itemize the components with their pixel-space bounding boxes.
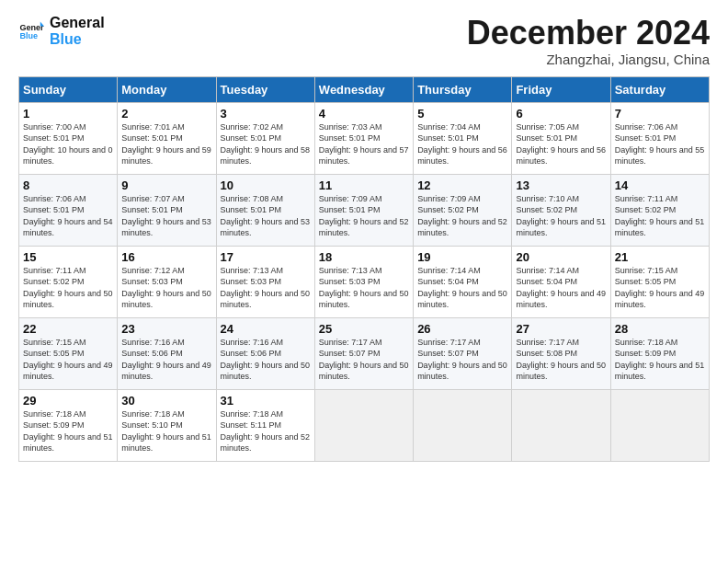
day-number: 28 <box>615 322 705 336</box>
day-number: 10 <box>221 178 311 192</box>
cell-info: Sunrise: 7:18 AMSunset: 5:09 PMDaylight:… <box>23 409 113 454</box>
day-cell: 24Sunrise: 7:16 AMSunset: 5:06 PMDayligh… <box>216 317 314 389</box>
cell-info: Sunrise: 7:03 AMSunset: 5:01 PMDaylight:… <box>319 122 409 167</box>
day-number: 20 <box>516 250 606 264</box>
calendar-table: SundayMondayTuesdayWednesdayThursdayFrid… <box>18 76 710 462</box>
day-number: 6 <box>516 107 606 121</box>
day-cell: 1Sunrise: 7:00 AMSunset: 5:01 PMDaylight… <box>19 102 118 174</box>
day-number: 4 <box>319 107 409 121</box>
cell-info: Sunrise: 7:06 AMSunset: 5:01 PMDaylight:… <box>615 122 705 167</box>
day-number: 14 <box>615 178 705 192</box>
cell-info: Sunrise: 7:11 AMSunset: 5:02 PMDaylight:… <box>23 266 113 310</box>
day-number: 27 <box>516 322 606 336</box>
cell-info: Sunrise: 7:07 AMSunset: 5:01 PMDaylight:… <box>121 194 211 238</box>
day-number: 3 <box>221 107 311 121</box>
cell-info: Sunrise: 7:05 AMSunset: 5:01 PMDaylight:… <box>516 122 606 167</box>
day-number: 24 <box>221 322 311 336</box>
week-row-4: 22Sunrise: 7:15 AMSunset: 5:05 PMDayligh… <box>19 317 710 389</box>
day-cell: 18Sunrise: 7:13 AMSunset: 5:03 PMDayligh… <box>314 246 413 317</box>
day-cell: 13Sunrise: 7:10 AMSunset: 5:02 PMDayligh… <box>512 174 610 246</box>
cell-info: Sunrise: 7:18 AMSunset: 5:09 PMDaylight:… <box>615 338 705 382</box>
day-number: 25 <box>319 322 409 336</box>
cell-info: Sunrise: 7:17 AMSunset: 5:07 PMDaylight:… <box>417 338 507 382</box>
week-row-1: 1Sunrise: 7:00 AMSunset: 5:01 PMDaylight… <box>19 102 710 174</box>
day-number: 19 <box>417 250 507 264</box>
cell-info: Sunrise: 7:00 AMSunset: 5:01 PMDaylight:… <box>23 122 113 167</box>
cell-info: Sunrise: 7:01 AMSunset: 5:01 PMDaylight:… <box>121 122 211 167</box>
day-number: 22 <box>23 322 113 336</box>
logo: General Blue General Blue <box>18 15 105 47</box>
day-cell: 8Sunrise: 7:06 AMSunset: 5:01 PMDaylight… <box>19 174 118 246</box>
day-number: 2 <box>121 107 211 121</box>
cell-info: Sunrise: 7:13 AMSunset: 5:03 PMDaylight:… <box>319 266 409 310</box>
day-cell <box>414 389 512 461</box>
cell-info: Sunrise: 7:06 AMSunset: 5:01 PMDaylight:… <box>23 194 113 238</box>
day-cell: 12Sunrise: 7:09 AMSunset: 5:02 PMDayligh… <box>414 174 512 246</box>
header-row: SundayMondayTuesdayWednesdayThursdayFrid… <box>19 76 710 102</box>
day-cell: 19Sunrise: 7:14 AMSunset: 5:04 PMDayligh… <box>414 246 512 317</box>
cell-info: Sunrise: 7:15 AMSunset: 5:05 PMDaylight:… <box>23 338 113 382</box>
day-cell: 10Sunrise: 7:08 AMSunset: 5:01 PMDayligh… <box>216 174 314 246</box>
cell-info: Sunrise: 7:16 AMSunset: 5:06 PMDaylight:… <box>121 338 211 382</box>
day-number: 5 <box>417 107 507 121</box>
day-number: 21 <box>615 250 705 264</box>
day-number: 26 <box>417 322 507 336</box>
cell-info: Sunrise: 7:16 AMSunset: 5:06 PMDaylight:… <box>221 338 311 382</box>
cell-info: Sunrise: 7:08 AMSunset: 5:01 PMDaylight:… <box>221 194 311 238</box>
title-block: December 2024 Zhangzhai, Jiangsu, China <box>467 15 710 67</box>
day-number: 11 <box>319 178 409 192</box>
day-number: 16 <box>121 250 211 264</box>
column-header-wednesday: Wednesday <box>314 76 413 102</box>
day-cell: 17Sunrise: 7:13 AMSunset: 5:03 PMDayligh… <box>216 246 314 317</box>
week-row-3: 15Sunrise: 7:11 AMSunset: 5:02 PMDayligh… <box>19 246 710 317</box>
day-cell <box>512 389 610 461</box>
day-cell <box>610 389 709 461</box>
page-container: General Blue General Blue December 2024 … <box>0 0 728 471</box>
day-number: 17 <box>221 250 311 264</box>
day-cell: 11Sunrise: 7:09 AMSunset: 5:01 PMDayligh… <box>314 174 413 246</box>
day-cell: 7Sunrise: 7:06 AMSunset: 5:01 PMDaylight… <box>610 102 709 174</box>
day-cell: 28Sunrise: 7:18 AMSunset: 5:09 PMDayligh… <box>610 317 709 389</box>
cell-info: Sunrise: 7:17 AMSunset: 5:07 PMDaylight:… <box>319 338 409 382</box>
column-header-monday: Monday <box>118 76 216 102</box>
day-number: 23 <box>121 322 211 336</box>
day-cell: 20Sunrise: 7:14 AMSunset: 5:04 PMDayligh… <box>512 246 610 317</box>
cell-info: Sunrise: 7:10 AMSunset: 5:02 PMDaylight:… <box>516 194 606 238</box>
day-cell: 22Sunrise: 7:15 AMSunset: 5:05 PMDayligh… <box>19 317 118 389</box>
cell-info: Sunrise: 7:13 AMSunset: 5:03 PMDaylight:… <box>221 266 311 310</box>
day-cell: 29Sunrise: 7:18 AMSunset: 5:09 PMDayligh… <box>19 389 118 461</box>
column-header-sunday: Sunday <box>19 76 118 102</box>
column-header-saturday: Saturday <box>610 76 709 102</box>
cell-info: Sunrise: 7:02 AMSunset: 5:01 PMDaylight:… <box>221 122 311 167</box>
cell-info: Sunrise: 7:18 AMSunset: 5:10 PMDaylight:… <box>121 409 211 454</box>
day-number: 7 <box>615 107 705 121</box>
day-number: 18 <box>319 250 409 264</box>
column-header-tuesday: Tuesday <box>216 76 314 102</box>
day-cell: 15Sunrise: 7:11 AMSunset: 5:02 PMDayligh… <box>19 246 118 317</box>
logo-general: General <box>50 15 105 31</box>
day-cell: 4Sunrise: 7:03 AMSunset: 5:01 PMDaylight… <box>314 102 413 174</box>
day-cell: 14Sunrise: 7:11 AMSunset: 5:02 PMDayligh… <box>610 174 709 246</box>
day-cell: 9Sunrise: 7:07 AMSunset: 5:01 PMDaylight… <box>118 174 216 246</box>
day-number: 12 <box>417 178 507 192</box>
cell-info: Sunrise: 7:04 AMSunset: 5:01 PMDaylight:… <box>417 122 507 167</box>
cell-info: Sunrise: 7:09 AMSunset: 5:01 PMDaylight:… <box>319 194 409 238</box>
day-cell: 23Sunrise: 7:16 AMSunset: 5:06 PMDayligh… <box>118 317 216 389</box>
svg-text:Blue: Blue <box>19 31 38 40</box>
cell-info: Sunrise: 7:14 AMSunset: 5:04 PMDaylight:… <box>516 266 606 310</box>
header: General Blue General Blue December 2024 … <box>18 15 710 67</box>
week-row-2: 8Sunrise: 7:06 AMSunset: 5:01 PMDaylight… <box>19 174 710 246</box>
cell-info: Sunrise: 7:15 AMSunset: 5:05 PMDaylight:… <box>615 266 705 310</box>
day-cell <box>314 389 413 461</box>
day-cell: 5Sunrise: 7:04 AMSunset: 5:01 PMDaylight… <box>414 102 512 174</box>
month-title: December 2024 <box>467 15 710 52</box>
day-number: 8 <box>23 178 113 192</box>
day-cell: 26Sunrise: 7:17 AMSunset: 5:07 PMDayligh… <box>414 317 512 389</box>
day-cell: 3Sunrise: 7:02 AMSunset: 5:01 PMDaylight… <box>216 102 314 174</box>
cell-info: Sunrise: 7:14 AMSunset: 5:04 PMDaylight:… <box>417 266 507 310</box>
location: Zhangzhai, Jiangsu, China <box>467 52 710 67</box>
cell-info: Sunrise: 7:17 AMSunset: 5:08 PMDaylight:… <box>516 338 606 382</box>
day-cell: 16Sunrise: 7:12 AMSunset: 5:03 PMDayligh… <box>118 246 216 317</box>
day-number: 9 <box>121 178 211 192</box>
day-number: 30 <box>121 394 211 408</box>
